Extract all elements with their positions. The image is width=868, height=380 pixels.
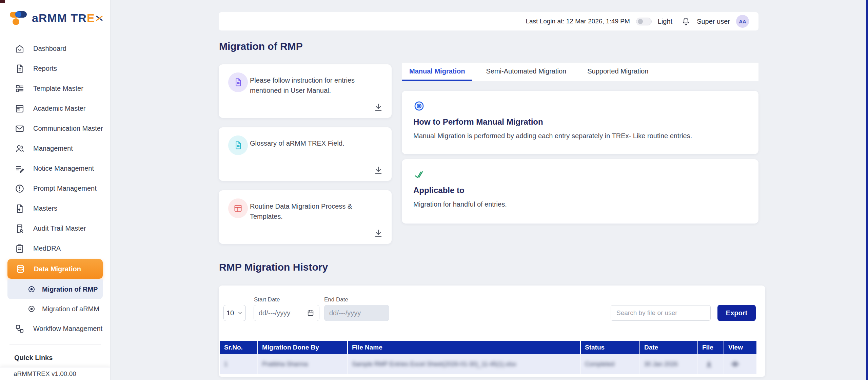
sidebar-item-template-master[interactable]: Template Master [0,79,110,99]
alert-circle-icon [14,183,25,194]
browser-scrollbar[interactable] [866,0,868,380]
logo-mark-icon [9,10,27,26]
sidebar-item-workflow-management[interactable]: Workflow Management [0,319,110,339]
template-icon [14,83,25,94]
row-file-name: Sample RMP Entries Excel Sheet(2026-01-3… [352,361,516,368]
applicable-to-panel: Applicable to Migration for handful of e… [402,159,758,224]
sidebar-item-label: Communication Master [33,125,103,132]
search-input[interactable]: Search by file or user [611,305,711,321]
start-date-input[interactable]: dd/---/yyyy [254,305,319,321]
glossary-card: Glossary of aRMM TREX Field. [219,127,392,181]
routine-templates-card: Routine Data Migration Process & Templat… [219,190,392,244]
sidebar-item-label: Notice Management [33,165,94,172]
date-placeholder: dd/---/yyyy [259,309,290,317]
sidebar-item-data-migration[interactable]: Data Migration [7,259,103,279]
document-icon [228,135,248,155]
academic-icon [14,103,25,114]
sidebar-subitem-label: Migration of aRMM [42,305,99,313]
history-title: RMP Migration History [219,261,328,273]
chevron-down-icon [237,310,243,316]
sidebar-item-audit-trail-master[interactable]: Audit Trail Master [0,218,110,238]
radio-dot-icon [27,304,36,313]
app-name-accent: E [87,12,95,25]
column-header-file: File [698,341,724,354]
app-version: aRMMTREX v1.00.00 [0,367,110,380]
user-role-label: Super user [697,18,730,25]
column-header-date: Date [640,341,698,354]
resource-cards: Please follow instruction for entries me… [219,64,392,244]
file-download-icon[interactable] [705,360,713,368]
sidebar-item-label: Dashboard [33,45,66,52]
date-placeholder: dd/---/yyyy [329,309,361,317]
sidebar-item-reports[interactable]: Reports [0,59,110,79]
sidebar-item-label: Workflow Management [33,325,102,333]
sidebar-item-management[interactable]: Management [0,139,110,159]
table-header-row: Sr.No. Migration Done By File Name Statu… [220,341,756,354]
masters-icon [14,203,25,214]
card-text: Please follow instruction for entries me… [250,75,381,96]
corner-artifact [0,0,5,3]
tab-manual-migration[interactable]: Manual Migration [402,63,472,81]
page-size-value: 10 [226,309,234,317]
sidebar-item-label: Management [33,145,73,152]
calendar-icon[interactable] [307,309,314,317]
end-date-input[interactable]: dd/---/yyyy [324,305,389,321]
sidebar-subitem-migration-of-rmp[interactable]: Migration of RMP [7,279,103,299]
panel-title: Applicable to [413,186,747,195]
column-header-file-name: File Name [348,341,581,354]
logo-x-icon [96,14,103,22]
sidebar-nav: Dashboard Reports Template Master Academ… [0,39,110,375]
notice-icon [14,163,25,174]
app-logo: aRMM TRE [0,0,110,26]
sidebar-item-label: Data Migration [34,265,81,273]
sidebar-item-masters[interactable]: Masters [0,198,110,218]
history-table: Sr.No. Migration Done By File Name Statu… [220,341,756,374]
row-date: 30 Jan 2026 [644,361,678,368]
panel-title: How to Perform Manual Migration [413,117,747,127]
migration-tabs: Manual Migration Semi-Automated Migratio… [402,63,758,81]
radio-dot-icon [27,285,36,294]
envelope-icon [14,123,25,134]
sidebar-item-meddra[interactable]: MedDRA [0,238,110,258]
sidebar-item-notice-management[interactable]: Notice Management [0,159,110,178]
view-eye-icon[interactable] [731,360,739,368]
panel-description: Manual Migration is performed by adding … [413,132,747,140]
sidebar-item-dashboard[interactable]: Dashboard [0,39,110,59]
tab-supported-migration[interactable]: Supported Migration [580,63,656,81]
database-icon [15,263,26,274]
end-date-label: End Date [324,296,348,303]
row-srno: 1 [224,361,228,368]
document-icon [228,72,248,92]
sidebar-item-academic-master[interactable]: Academic Master [0,99,110,119]
page-title: Migration of RMP [219,41,303,52]
sidebar-item-label: Masters [33,205,57,212]
sidebar-item-label: Template Master [33,85,83,92]
people-icon [14,143,25,154]
top-bar: Last Login at: 12 Mar 2026, 1:49 PM Ligh… [219,12,758,30]
export-button[interactable]: Export [717,305,756,321]
user-avatar[interactable]: AA [736,15,749,28]
workflow-icon [14,323,25,334]
download-icon[interactable] [373,165,384,176]
download-icon[interactable] [373,102,384,113]
clipboard-icon [14,243,25,254]
app-name: aRMM TRE [32,12,103,25]
double-check-icon [413,169,425,180]
sidebar-subitem-migration-of-armm[interactable]: Migration of aRMM [0,299,110,319]
theme-toggle[interactable] [636,18,652,25]
column-header-srno: Sr.No. [220,341,258,354]
page-size-select[interactable]: 10 [223,305,246,321]
panel-description: Migration for handful of entries. [413,200,747,208]
start-date-label: Start Date [254,296,280,303]
theme-label: Light [658,18,672,25]
tab-semi-automated-migration[interactable]: Semi-Automated Migration [478,63,574,81]
sidebar-item-label: Prompt Management [33,185,97,192]
column-header-view: View [724,341,756,354]
download-icon[interactable] [373,228,384,239]
target-icon [413,100,425,112]
sidebar-item-prompt-management[interactable]: Prompt Management [0,178,110,198]
toggle-knob [638,19,643,24]
notification-bell-icon[interactable] [681,17,691,26]
sidebar-item-communication-master[interactable]: Communication Master [0,119,110,139]
audit-icon [14,223,25,234]
